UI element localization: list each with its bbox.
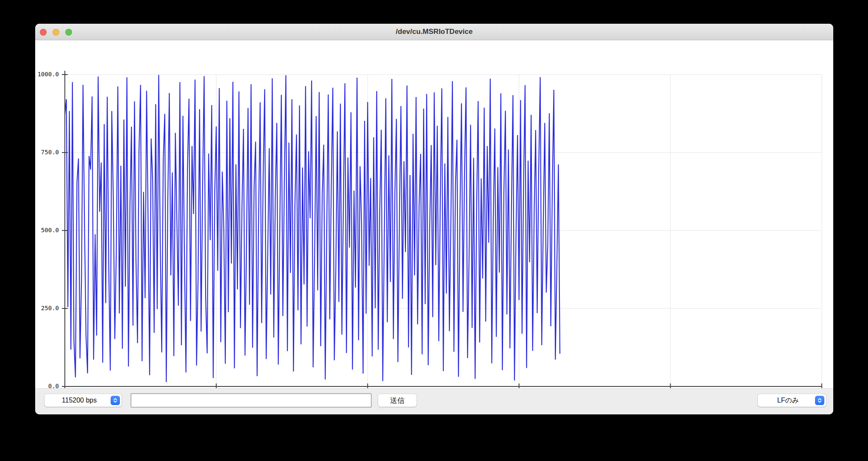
chart-area: 0.0250.0500.0750.01000.0 010020030040050… bbox=[35, 40, 833, 388]
y-tick-label: 250.0 bbox=[35, 305, 59, 311]
send-button[interactable]: 送信 bbox=[378, 394, 417, 407]
chevron-up-down-icon bbox=[815, 396, 824, 405]
minimize-button[interactable] bbox=[53, 29, 59, 36]
send-button-label: 送信 bbox=[390, 396, 405, 405]
close-button[interactable] bbox=[40, 29, 47, 36]
line-ending-value: LFのみ bbox=[774, 396, 810, 405]
traffic-lights bbox=[40, 29, 72, 36]
baud-rate-value: 115200 bps bbox=[58, 397, 108, 404]
window-title: /dev/cu.MSRIoTDevice bbox=[396, 28, 473, 36]
baud-rate-select[interactable]: 115200 bps bbox=[45, 394, 122, 407]
axes-and-ticks bbox=[65, 75, 822, 386]
y-tick-label: 1000.0 bbox=[35, 71, 59, 78]
message-input[interactable] bbox=[131, 393, 372, 408]
title-bar[interactable]: /dev/cu.MSRIoTDevice bbox=[35, 24, 833, 40]
serial-plotter-window: /dev/cu.MSRIoTDevice 0.0250.0500.0750.01… bbox=[35, 24, 833, 414]
plot-area bbox=[65, 75, 822, 386]
y-tick-label: 500.0 bbox=[35, 227, 59, 233]
chevron-up-down-icon bbox=[111, 396, 120, 405]
zoom-button[interactable] bbox=[65, 29, 72, 36]
y-tick-label: 750.0 bbox=[35, 149, 59, 156]
line-ending-select[interactable]: LFのみ bbox=[758, 394, 826, 407]
